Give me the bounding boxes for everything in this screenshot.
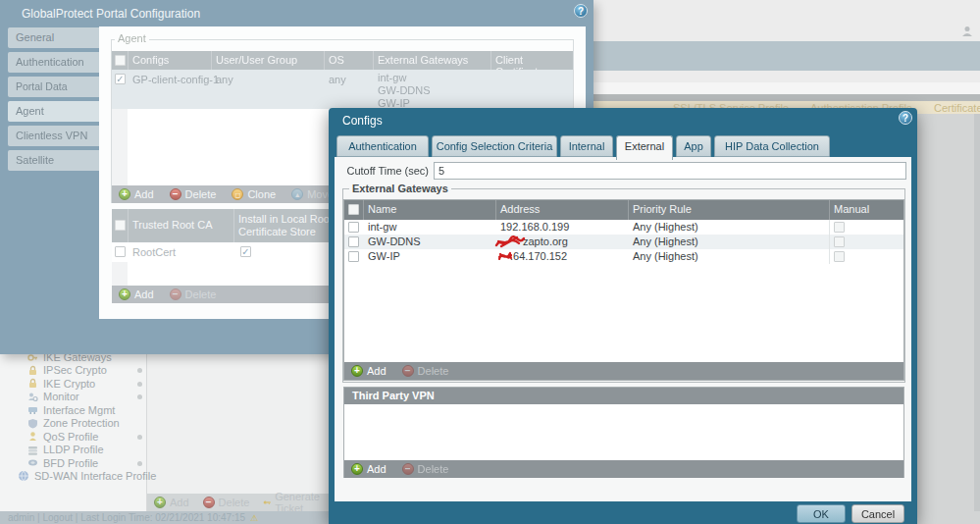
minus-icon [203,497,215,508]
cutoff-time-input[interactable] [434,162,906,180]
cell-gateway-1: int-gw [378,72,406,83]
row-checkbox[interactable] [348,222,359,233]
third-party-vpn-table: Third Party VPN Add Delete [343,387,904,478]
cell-address: zapto.org [523,236,568,247]
tree-item-zone-protection[interactable]: Zone Protection [27,417,120,429]
add-button[interactable]: Add [351,463,387,475]
bg-delete-button[interactable]: Delete [203,497,250,508]
delete-button[interactable]: Delete [170,288,217,300]
select-all-checkbox[interactable] [348,204,359,215]
background-strip [593,82,980,94]
tab-agent[interactable]: Agent [8,101,99,122]
plus-icon [119,188,130,200]
arrow-up-icon [291,188,303,200]
row-checkbox[interactable] [348,251,359,262]
delete-button[interactable]: Delete [402,365,449,377]
manual-checkbox[interactable] [834,236,845,247]
row-checkbox[interactable] [115,74,126,84]
tab-internal[interactable]: Internal [560,135,613,157]
tab-config-selection-criteria[interactable]: Config Selection Criteria [432,135,557,157]
manual-checkbox[interactable] [834,251,845,262]
tree-dot [137,394,142,399]
add-button[interactable]: Add [119,188,154,200]
checkbox-column-strip [112,109,128,185]
cell-address: 192.168.0.199 [500,221,569,233]
monitor-icon [27,392,38,402]
cell-configs: GP-client-config-1 [132,74,219,85]
tree-item-monitor[interactable]: Monitor [27,391,79,402]
tab-authentication[interactable]: Authentication [336,135,429,157]
select-all-checkbox[interactable] [115,55,126,66]
lock-icon [27,365,38,376]
agent-section-label: Agent [115,32,149,44]
tree-item-bfd-profile[interactable]: BFD Profile [27,457,98,469]
help-icon[interactable] [899,111,912,125]
cell-priority: Any (Highest) [633,250,698,262]
col-trusted-root-ca: Trusted Root CA [132,219,213,231]
tree-item-lldp-profile[interactable]: LLDP Profile [27,444,104,455]
minus-icon [170,288,181,300]
tab-satellite[interactable]: Satellite [8,150,99,171]
delete-button[interactable]: Delete [402,463,449,475]
background-right-area [917,114,980,524]
delete-button[interactable]: Delete [170,188,217,200]
tab-portal-data-collection[interactable]: Portal Data Collection [8,77,99,97]
gateways-buttons-bar: Add Delete [344,362,903,380]
background-toolbar: Add Delete Generate Ticket PDF [147,494,329,511]
cell-address: .64.170.152 [510,250,567,262]
col-install-line2: Certificate Store [238,226,316,237]
tree-item-ipsec-crypto[interactable]: IPSec Crypto [27,364,107,376]
cell-name: int-gw [368,221,396,233]
portal-dialog-title: GlobalProtect Portal Configuration [22,7,200,21]
status-text: admin | Logout | Last Login Time: 02/21/… [8,512,245,523]
clone-icon [232,188,243,200]
cell-os: any [329,74,346,85]
cell-priority: Any (Highest) [633,236,698,247]
scrollbar[interactable] [974,114,980,511]
col-name: Name [368,203,396,215]
agent-table-row[interactable]: GP-client-config-1 any any int-gw GW-DDN… [112,70,573,109]
tree-item-interface-mgmt[interactable]: Interface Mgmt [27,404,115,416]
minus-icon [402,463,414,475]
tab-clientless-vpn[interactable]: Clientless VPN [8,126,99,146]
gateway-row[interactable]: int-gw 192.168.0.199 Any (Highest) [344,220,903,235]
plus-icon [351,463,363,475]
tree-item-sdwan-interface-profile[interactable]: SD-WAN Interface Profile [18,470,156,482]
row-checkbox[interactable] [348,236,359,247]
qos-icon [27,431,38,442]
gateway-row[interactable]: GW-IP .64.170.152 Any (Highest) [344,249,903,264]
add-button[interactable]: Add [351,365,387,377]
cutoff-time-label: Cutoff Time (sec) [342,165,429,177]
tree-dot [137,368,142,373]
plus-icon [154,497,166,508]
manual-checkbox[interactable] [834,222,845,233]
cell-user-group: any [216,74,233,85]
minus-icon [170,188,181,200]
configs-content: Cutoff Time (sec) External Gateways Name… [335,157,911,501]
user-icon [961,26,973,37]
cancel-button[interactable]: Cancel [851,504,904,523]
tab-general[interactable]: General [8,27,99,48]
col-configs: Configs [132,54,169,66]
tab-app[interactable]: App [676,135,711,157]
help-icon[interactable] [574,4,588,18]
cell-gateway-2: GW-DDNS [378,84,431,96]
tab-external[interactable]: External [616,135,673,160]
row-checkbox[interactable] [115,246,126,257]
tree-item-ike-crypto[interactable]: IKE Crypto [27,378,95,390]
minus-icon [402,365,414,377]
configs-dialog: Configs Authentication Config Selection … [329,108,917,524]
plus-icon [119,288,130,300]
install-checkbox[interactable] [240,246,251,257]
select-all-checkbox[interactable] [115,220,126,231]
gateways-table: Name Address Priority Rule Manual int-gw… [343,199,904,381]
tab-authentication[interactable]: Authentication [8,52,99,73]
add-button[interactable]: Add [119,288,154,300]
ok-button[interactable]: OK [797,504,846,523]
tree-item-qos-profile[interactable]: QoS Profile [27,431,98,443]
bg-add-button[interactable]: Add [154,497,189,508]
clone-button[interactable]: Clone [232,188,276,200]
checkbox-column-strip [112,262,128,286]
tab-hip-data-collection[interactable]: HIP Data Collection [714,135,830,157]
gateway-row[interactable]: GW-DDNS zapto.org Any (Highest) [344,235,903,249]
